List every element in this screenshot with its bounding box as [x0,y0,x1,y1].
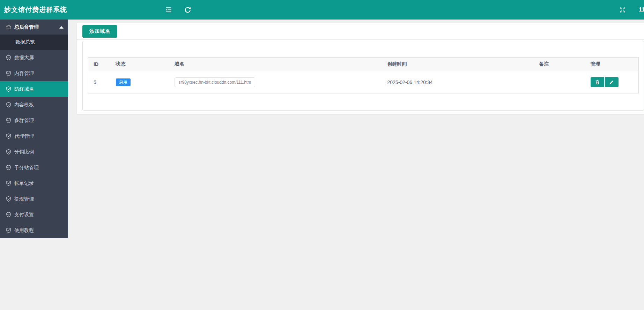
sidebar-item-label: 子分站管理 [14,165,39,171]
col-header-remark: 备注 [534,58,585,71]
pencil-icon [609,80,614,85]
chevron-up-icon [59,26,64,29]
sidebar-item-label: 代理管理 [14,133,34,139]
sidebar-item-1[interactable]: 数据大屏 [0,50,68,66]
top-header: 妙文馆付费进群系统 11 [0,0,644,20]
sidebar-item-label: 帐单记录 [14,180,34,187]
sidebar-item-label: 内容模板 [14,102,34,108]
edit-button[interactable] [605,77,619,87]
shield-check-icon [6,212,12,218]
sidebar-item-data-overview[interactable]: 数据总览 [0,35,68,50]
sidebar-item-label: 多群管理 [14,118,34,124]
sidebar-item-label: 内容管理 [14,70,34,77]
sidebar-item-label: 分销比例 [14,149,34,155]
delete-button[interactable] [591,77,604,87]
home-icon [6,24,12,30]
shield-check-icon [6,149,12,155]
content-panel: 添加域名 ID 状态 域名 创建时间 备注 管理 5 [77,23,644,114]
shield-check-icon [6,133,12,139]
table-row: 5 启用 sr90yxuec.hn-bkt.clouddn.com/111.ht… [88,71,639,93]
cell-remark [534,71,585,93]
sidebar-item-6[interactable]: 代理管理 [0,128,68,144]
sidebar-item-3[interactable]: 防红域名 [0,81,68,97]
cell-status: 启用 [111,71,169,93]
cell-id: 5 [88,71,111,93]
sidebar-item-5[interactable]: 多群管理 [0,113,68,128]
sidebar-group-admin[interactable]: 总后台管理 [0,20,68,35]
sidebar-item-label: 支付设置 [14,212,34,218]
shield-check-icon [6,102,12,108]
fullscreen-icon[interactable] [617,5,628,15]
col-header-id: ID [88,58,111,71]
sidebar-item-11[interactable]: 支付设置 [0,207,68,222]
shield-check-icon [6,70,12,76]
sidebar: 总后台管理 数据总览 数据大屏 内容管理 防红域名 [0,20,68,238]
sidebar-item-7[interactable]: 分销比例 [0,144,68,160]
domain-input[interactable]: sr90yxuec.hn-bkt.clouddn.com/111.htm [175,77,256,87]
sidebar-item-4[interactable]: 内容模板 [0,97,68,113]
sidebar-item-label: 使用教程 [14,227,34,234]
domains-table: ID 状态 域名 创建时间 备注 管理 5 启用 sr90yxuec.hn-bk… [88,57,639,93]
shield-check-icon [6,227,12,233]
shield-check-icon [6,86,12,92]
col-header-created: 创建时间 [382,58,534,71]
row-actions [591,77,639,87]
shield-check-icon [6,180,12,186]
cell-domain: sr90yxuec.hn-bkt.clouddn.com/111.htm [169,71,382,93]
trash-icon [595,80,600,85]
col-header-status: 状态 [111,58,169,71]
sidebar-subitem-label: 数据总览 [15,39,35,45]
cell-actions [585,71,639,93]
app-title: 妙文馆付费进群系统 [4,5,67,14]
shield-check-icon [6,196,12,202]
sidebar-menu: 数据大屏 内容管理 防红域名 内容模板 [0,50,68,238]
sidebar-item-label: 防红域名 [14,86,34,92]
col-header-manage: 管理 [585,58,639,71]
clock-text: 11 [639,7,644,13]
sidebar-item-10[interactable]: 提现管理 [0,191,68,207]
status-badge[interactable]: 启用 [116,78,131,86]
shield-check-icon [6,55,12,61]
sidebar-item-2[interactable]: 内容管理 [0,66,68,81]
sidebar-item-8[interactable]: 子分站管理 [0,160,68,175]
cell-created: 2025-02-06 14:20:34 [382,71,534,93]
toolbar: 添加域名 [77,23,644,40]
sidebar-item-label: 数据大屏 [14,55,34,61]
refresh-icon[interactable] [182,5,193,15]
shield-check-icon [6,118,12,123]
table-card: ID 状态 域名 创建时间 备注 管理 5 启用 sr90yxuec.hn-bk… [82,41,644,111]
add-domain-button[interactable]: 添加域名 [82,25,117,38]
menu-fold-icon[interactable] [163,5,174,15]
shield-check-icon [6,165,12,171]
col-header-domain: 域名 [169,58,382,71]
sidebar-item-label: 提现管理 [14,196,34,202]
sidebar-item-12[interactable]: 使用教程 [0,222,68,238]
table-header-row: ID 状态 域名 创建时间 备注 管理 [88,58,639,71]
sidebar-item-9[interactable]: 帐单记录 [0,175,68,191]
sidebar-group-label: 总后台管理 [14,24,39,30]
